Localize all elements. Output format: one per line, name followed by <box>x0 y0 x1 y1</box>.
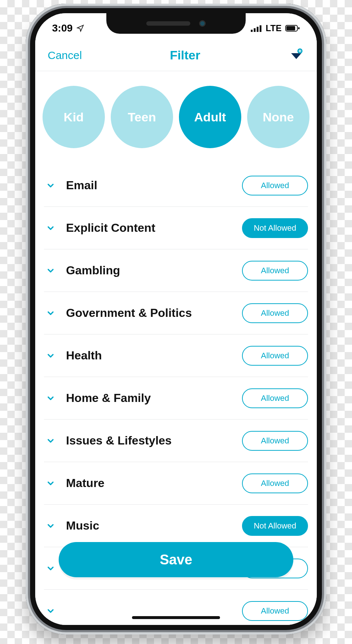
front-camera <box>199 20 206 27</box>
category-row-email: EmailAllowed <box>44 164 308 207</box>
category-label: Music <box>66 519 233 533</box>
allowed-pill[interactable]: Allowed <box>242 303 308 323</box>
svg-marker-7 <box>291 53 301 59</box>
allowed-pill[interactable]: Allowed <box>242 346 308 366</box>
chevron-down-icon[interactable] <box>44 266 57 275</box>
allowed-pill[interactable]: Allowed <box>242 261 308 281</box>
chevron-down-icon[interactable] <box>44 606 57 616</box>
svg-rect-2 <box>257 27 258 32</box>
category-label: Gambling <box>66 264 233 277</box>
chevron-down-icon[interactable] <box>44 436 57 446</box>
chevron-down-icon[interactable] <box>44 564 57 573</box>
chevron-down-icon[interactable] <box>44 521 57 531</box>
save-button[interactable]: Save <box>59 542 293 577</box>
svg-rect-5 <box>286 26 295 30</box>
profile-chip-teen[interactable]: Teen <box>111 86 173 148</box>
chevron-down-icon[interactable] <box>44 351 57 361</box>
cancel-button[interactable]: Cancel <box>48 49 82 62</box>
category-label: Health <box>66 349 233 362</box>
battery-icon <box>285 25 300 32</box>
chevron-down-icon[interactable] <box>44 394 57 403</box>
category-label: Government & Politics <box>66 306 233 320</box>
phone-frame: 3:09 LTE <box>26 4 326 634</box>
screen: 3:09 LTE <box>35 13 317 625</box>
signal-icon <box>251 25 262 32</box>
clock: 3:09 <box>52 22 73 34</box>
profile-selector: KidTeenAdultNone <box>35 71 317 164</box>
category-row-explicit-content: Explicit ContentNot Allowed <box>44 207 308 249</box>
svg-rect-1 <box>254 28 256 32</box>
not-allowed-pill[interactable]: Not Allowed <box>242 516 308 536</box>
allowed-pill[interactable]: Allowed <box>242 176 308 195</box>
category-row-gambling: GamblingAllowed <box>44 249 308 292</box>
chevron-down-icon[interactable] <box>44 479 57 488</box>
not-allowed-pill[interactable]: Not Allowed <box>242 218 308 238</box>
allowed-pill[interactable]: Allowed <box>242 473 308 493</box>
chevron-down-icon[interactable] <box>44 223 57 233</box>
svg-rect-0 <box>251 30 253 32</box>
category-label: Email <box>66 179 233 192</box>
allowed-pill[interactable]: Allowed <box>242 601 308 621</box>
category-label: Issues & Lifestyles <box>66 434 233 447</box>
notch <box>106 13 246 34</box>
category-row-health: HealthAllowed <box>44 334 308 377</box>
category-row-government-politics: Government & PoliticsAllowed <box>44 292 308 334</box>
location-icon <box>76 24 84 32</box>
category-label: Explicit Content <box>66 221 233 235</box>
category-label: Mature <box>66 476 233 490</box>
profile-chip-adult[interactable]: Adult <box>179 86 241 148</box>
profile-chip-kid[interactable]: Kid <box>43 86 105 148</box>
allowed-pill[interactable]: Allowed <box>242 431 308 451</box>
category-label: Home & Family <box>66 391 233 405</box>
category-row-row-10: Allowed <box>44 590 308 625</box>
category-row-issues-lifestyles: Issues & LifestylesAllowed <box>44 420 308 462</box>
allowed-pill[interactable]: Allowed <box>242 388 308 408</box>
svg-rect-6 <box>298 27 300 29</box>
nav-bar: Cancel Filter <box>35 40 317 71</box>
page-title: Filter <box>170 48 200 62</box>
profile-chip-none[interactable]: None <box>247 86 309 148</box>
home-indicator[interactable] <box>132 616 220 619</box>
add-filter-icon[interactable] <box>288 47 304 63</box>
svg-rect-3 <box>260 25 261 32</box>
category-row-music: MusicNot Allowed <box>44 505 308 547</box>
category-row-home-family: Home & FamilyAllowed <box>44 377 308 420</box>
speaker-grille <box>146 21 190 26</box>
chevron-down-icon[interactable] <box>44 181 57 190</box>
category-row-mature: MatureAllowed <box>44 462 308 505</box>
network-label: LTE <box>265 23 282 33</box>
chevron-down-icon[interactable] <box>44 308 57 318</box>
